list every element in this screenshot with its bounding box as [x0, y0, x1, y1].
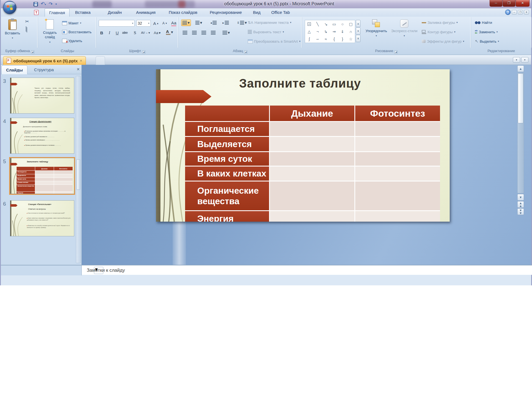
shape-scribble-icon[interactable]: ʃ: [305, 35, 313, 43]
tab-home[interactable]: Главная: [45, 8, 70, 17]
table-row-label[interactable]: В каких клетках: [185, 167, 269, 181]
align-right-button[interactable]: [200, 29, 207, 36]
tab-insert[interactable]: Вставка: [71, 8, 94, 17]
tab-outline[interactable]: Структура: [30, 65, 58, 74]
align-text-button[interactable]: Выровнять текст▾: [247, 28, 285, 35]
shape-arrow-icon[interactable]: ↘: [322, 20, 330, 28]
panel-scrollbar[interactable]: [76, 76, 81, 263]
clear-formatting-button[interactable]: Аа: [170, 20, 177, 27]
arrange-button[interactable]: Упорядочить▾: [364, 18, 389, 47]
shape-rectangle-icon[interactable]: ▭: [330, 20, 338, 28]
replace-button[interactable]: abac Заменить▾: [474, 28, 499, 35]
table-cell[interactable]: [355, 211, 440, 222]
underline-button[interactable]: U: [114, 29, 121, 36]
shape-triangle-icon[interactable]: △: [305, 28, 313, 35]
tab-office-tab[interactable]: Office Tab: [267, 8, 294, 17]
slide-arrow-shape[interactable]: [156, 90, 211, 103]
char-spacing-button[interactable]: AV↔▾: [140, 29, 151, 36]
table-cell[interactable]: [270, 167, 354, 181]
help-icon[interactable]: ?: [505, 9, 511, 15]
new-slide-button[interactable]: Создать слайд▾: [40, 18, 60, 47]
slide-title[interactable]: Заполните таблицу: [239, 76, 361, 90]
close-button[interactable]: ✕: [516, 0, 530, 7]
strikethrough-button[interactable]: abe: [121, 29, 129, 36]
office-tab-addin-icon[interactable]: T: [34, 10, 39, 15]
table-cell[interactable]: [270, 152, 354, 166]
copy-button[interactable]: [26, 27, 26, 32]
doc-close-button[interactable]: ✕: [524, 10, 529, 14]
shape-effects-button[interactable]: Эффекты для фигур▾: [421, 38, 465, 45]
text-shadow-button[interactable]: S: [131, 29, 139, 36]
dialog-launcher-icon[interactable]: ◢: [394, 50, 398, 54]
table-cell[interactable]: [355, 167, 440, 181]
new-tab-button[interactable]: [96, 56, 105, 65]
qat-customize-icon[interactable]: ▾: [55, 1, 57, 7]
layout-button[interactable]: Макет▾: [61, 19, 82, 27]
scroll-up-icon[interactable]: ▲: [517, 65, 524, 72]
slide-thumbnail-6[interactable]: Станция «Питательная» Ответьте на вопрос…: [10, 200, 74, 236]
table-cell[interactable]: [355, 137, 440, 151]
shapes-more-icon[interactable]: ⇟: [356, 35, 360, 42]
table-header-cell[interactable]: Дыхание: [270, 106, 354, 121]
document-tab[interactable]: обобщающий урок 6 кл (5).pptx ×: [3, 56, 86, 65]
notes-scroll-down-icon[interactable]: ▼: [94, 267, 103, 274]
shape-elbow-icon[interactable]: ¬: [313, 28, 322, 35]
minimize-button[interactable]: ─: [490, 0, 502, 7]
columns-button[interactable]: ▾: [222, 29, 231, 36]
shape-cloud-icon[interactable]: ∩: [347, 28, 355, 35]
shape-elbow-arrow-icon[interactable]: ↳: [322, 28, 330, 35]
table-row-label[interactable]: Органические вещества: [185, 181, 269, 210]
reset-button[interactable]: Восстановить: [61, 28, 93, 35]
table-row-label[interactable]: Время суток: [185, 152, 269, 166]
tab-design[interactable]: Дизайн: [104, 8, 126, 17]
restore-button[interactable]: ❐: [503, 0, 515, 7]
table-header-cell[interactable]: [185, 106, 269, 121]
table-cell[interactable]: [270, 211, 354, 222]
scrollbar-thumb[interactable]: [518, 73, 523, 123]
tab-view[interactable]: Вид: [249, 8, 264, 17]
shape-oval-icon[interactable]: ○: [338, 20, 347, 28]
table-header-cell[interactable]: Фотосинтез: [355, 106, 440, 121]
dialog-launcher-icon[interactable]: ◢: [142, 50, 145, 54]
shapes-scroll-down-icon[interactable]: ▾: [356, 27, 360, 35]
align-left-button[interactable]: [181, 29, 188, 36]
office-button[interactable]: [3, 1, 16, 14]
slide-table[interactable]: Дыхание Фотосинтез Поглащается Выделяетс…: [185, 106, 440, 222]
table-row-label[interactable]: Поглащается: [185, 122, 269, 136]
smartart-button[interactable]: Преобразовать в SmartArt▾: [247, 38, 301, 45]
table-cell[interactable]: [355, 122, 440, 136]
table-row-label[interactable]: Энергия: [185, 211, 269, 222]
font-size-combo[interactable]: 32▾: [136, 20, 151, 27]
shape-curve-icon[interactable]: ∽: [313, 35, 322, 43]
cut-button[interactable]: ✂: [25, 19, 29, 24]
select-button[interactable]: ↖ Выделить▾: [474, 38, 500, 45]
quick-styles-button[interactable]: Экспресс-стили▾: [390, 18, 418, 47]
increase-indent-button[interactable]: ▸: [222, 19, 230, 26]
tab-slides[interactable]: Слайды: [1, 65, 27, 74]
table-cell[interactable]: [270, 181, 354, 210]
grow-font-button[interactable]: А▲: [152, 20, 160, 27]
scroll-down-icon[interactable]: ▼: [517, 194, 524, 201]
doc-minimize-button[interactable]: ─: [512, 10, 517, 14]
previous-slide-icon[interactable]: ▲▲: [517, 201, 524, 208]
shape-fill-button[interactable]: Заливка фигуры▾: [421, 19, 459, 26]
shape-left-brace-icon[interactable]: {: [330, 35, 338, 43]
bullets-button[interactable]: ▾: [181, 19, 191, 26]
dialog-launcher-icon[interactable]: ◢: [31, 50, 34, 54]
next-slide-icon[interactable]: ▼▼: [517, 208, 524, 215]
shrink-font-button[interactable]: А▼: [161, 20, 168, 27]
panel-scrollbar-thumb[interactable]: [76, 159, 80, 190]
shape-right-arrow-icon[interactable]: ⇒: [330, 28, 338, 35]
shapes-gallery[interactable]: A ╲ ↘ ▭ ○ ▢ △ ¬ ↳ ⇒ ⇓ ∩ ʃ ∽ ≈ { }: [305, 20, 355, 43]
text-direction-button[interactable]: ⇅АНаправление текста▾: [247, 19, 292, 26]
paste-button[interactable]: Вставить▾: [4, 18, 21, 47]
tab-list-dropdown-icon[interactable]: ▾: [513, 57, 520, 63]
shapes-scroll-up-icon[interactable]: ▴: [356, 20, 360, 27]
table-cell[interactable]: [270, 137, 354, 151]
table-cell[interactable]: [355, 152, 440, 166]
find-button[interactable]: Найти: [474, 19, 493, 26]
dialog-launcher-icon[interactable]: ◢: [244, 50, 247, 54]
slide-thumbnail-4[interactable]: Станция «Дыхательная» Допишите пропущенн…: [10, 118, 74, 154]
scrollbar-track[interactable]: [517, 73, 524, 193]
shape-freeform-icon[interactable]: ≈: [322, 35, 330, 43]
